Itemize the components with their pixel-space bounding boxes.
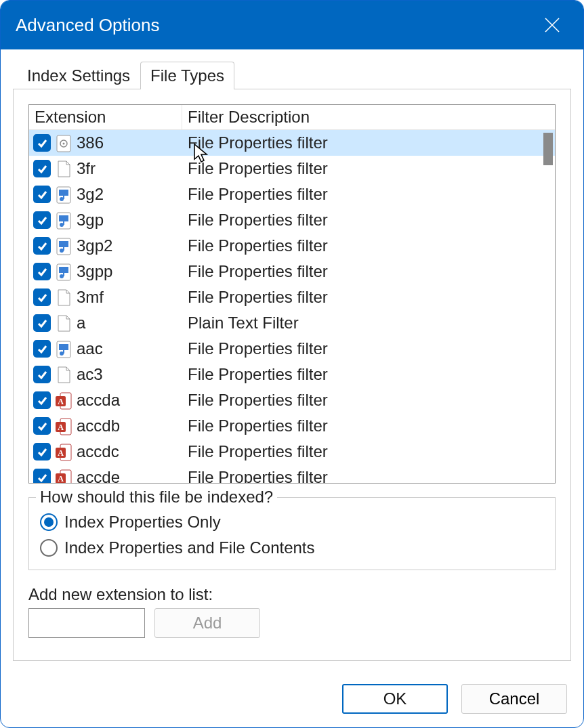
extension-text: 3gp [77,211,104,230]
checkbox[interactable] [33,443,51,461]
cell-extension: a [29,313,182,333]
tab-panel-file-types: Extension Filter Description 386File Pro… [13,89,571,661]
svg-text:A: A [58,423,64,432]
extension-text: 3gp2 [77,236,112,255]
index-mode-legend: How should this file be indexed? [36,488,277,507]
checkbox[interactable] [33,391,51,409]
tab-strip: Index Settings File Types [13,62,571,89]
filetype-listbox[interactable]: Extension Filter Description 386File Pro… [28,104,556,484]
new-extension-input[interactable] [28,608,145,638]
cell-filter: File Properties filter [182,159,540,178]
checkbox[interactable] [33,366,51,383]
svg-point-4 [63,143,65,145]
extension-text: a [77,314,85,333]
cell-filter: File Properties filter [182,133,540,152]
dialog-window: Advanced Options Index Settings File Typ… [0,0,584,728]
scrollbar-thumb[interactable] [543,133,553,165]
cell-extension: Aaccdb [29,416,182,436]
table-row[interactable]: AaccdbFile Properties filter [29,413,555,439]
blank-file-icon [55,364,72,385]
checkbox[interactable] [33,134,51,152]
cell-extension: Aaccda [29,390,182,410]
list-body: 386File Properties filter3frFile Propert… [29,130,555,483]
extension-text: 3mf [77,288,104,307]
table-row[interactable]: 386File Properties filter [29,130,555,156]
add-button[interactable]: Add [154,608,260,638]
table-row[interactable]: aPlain Text Filter [29,310,555,336]
checkbox[interactable] [33,211,51,229]
svg-text:A: A [58,474,64,483]
svg-rect-20 [63,272,64,276]
checkbox[interactable] [33,340,51,358]
table-row[interactable]: 3gp2File Properties filter [29,233,555,259]
checkbox[interactable] [33,288,51,306]
checkbox[interactable] [33,237,51,255]
cell-filter: Plain Text Filter [182,314,540,333]
table-row[interactable]: 3mfFile Properties filter [29,284,555,310]
svg-rect-8 [63,194,64,199]
cell-extension: Aaccde [29,467,182,483]
cell-filter: File Properties filter [182,468,540,483]
index-mode-group: How should this file be indexed? Index P… [28,497,556,570]
checkbox[interactable] [33,417,51,435]
checkbox[interactable] [33,160,51,177]
table-row[interactable]: aacFile Properties filter [29,336,555,362]
svg-text:A: A [58,448,64,458]
access-file-icon: A [55,390,72,410]
cell-extension: 3gpp [29,261,182,282]
radio-icon [40,513,58,531]
table-row[interactable]: AaccdeFile Properties filter [29,465,555,483]
table-row[interactable]: 3g2File Properties filter [29,181,555,207]
table-row[interactable]: ac3File Properties filter [29,362,555,387]
access-file-icon: A [55,467,72,483]
list-header: Extension Filter Description [29,105,555,130]
table-row[interactable]: 3gppFile Properties filter [29,259,555,284]
table-row[interactable]: 3frFile Properties filter [29,156,555,181]
checkbox[interactable] [33,469,51,483]
tab-file-types[interactable]: File Types [140,62,234,89]
radio-properties-and-contents[interactable]: Index Properties and File Contents [40,538,544,557]
extension-text: aac [77,339,103,358]
gear-file-icon [55,133,72,153]
radio-icon [40,539,58,557]
cell-filter: File Properties filter [182,416,540,435]
table-row[interactable]: 3gpFile Properties filter [29,207,555,233]
checkbox[interactable] [33,314,51,332]
content-area: Index Settings File Types Extension Filt… [1,49,583,673]
cell-extension: aac [29,339,182,359]
cell-filter: File Properties filter [182,365,540,384]
column-header-extension[interactable]: Extension [29,105,182,129]
cell-extension: 3gp2 [29,236,182,256]
tab-index-settings[interactable]: Index Settings [17,62,140,89]
media-file-icon [55,210,72,230]
close-button[interactable] [536,9,568,41]
radio-label: Index Properties Only [64,513,221,532]
cell-filter: File Properties filter [182,236,540,255]
extension-text: accda [77,391,120,410]
svg-text:A: A [58,397,64,406]
blank-file-icon [55,158,72,179]
svg-rect-12 [63,220,64,225]
radio-properties-only[interactable]: Index Properties Only [40,513,544,532]
cell-extension: 3mf [29,287,182,307]
add-extension-label: Add new extension to list: [28,585,556,604]
cell-filter: File Properties filter [182,211,540,230]
checkbox[interactable] [33,263,51,280]
column-header-filter[interactable]: Filter Description [182,105,555,129]
table-row[interactable]: AaccdcFile Properties filter [29,439,555,465]
access-file-icon: A [55,416,72,436]
svg-rect-16 [63,246,64,251]
cell-extension: 3g2 [29,184,182,205]
cell-extension: Aaccdc [29,442,182,462]
media-file-icon [55,339,72,359]
cancel-button[interactable]: Cancel [461,684,567,714]
cell-filter: File Properties filter [182,442,540,461]
ok-button[interactable]: OK [342,684,448,714]
cell-filter: File Properties filter [182,262,540,281]
media-file-icon [55,184,72,205]
dialog-footer: OK Cancel [1,673,583,727]
table-row[interactable]: AaccdaFile Properties filter [29,387,555,413]
checkbox[interactable] [33,186,51,203]
titlebar: Advanced Options [1,1,583,49]
cell-extension: 3fr [29,158,182,179]
